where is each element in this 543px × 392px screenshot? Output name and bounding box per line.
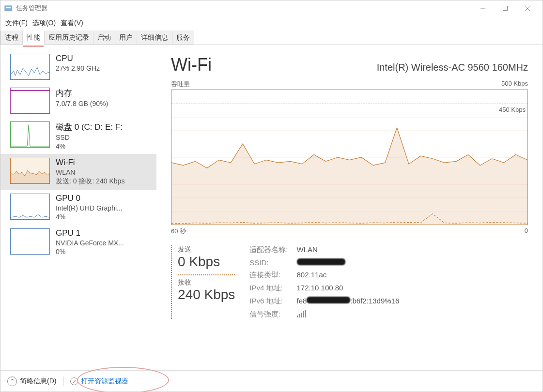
main-content: CPU 27% 2.90 GHz 内存 7.0/7.8 GB (90%) 磁盘 … [0, 45, 543, 370]
tab-startup[interactable]: 启动 [93, 30, 115, 45]
sidebar-cpu-sub: 27% 2.90 GHz [56, 64, 100, 72]
svg-rect-1 [6, 7, 8, 8]
prop-signal-v [297, 310, 400, 319]
memory-thumbnail [10, 88, 50, 114]
redacted-ssid [297, 258, 345, 265]
minimize-button[interactable] [472, 0, 494, 16]
maximize-button[interactable] [494, 0, 516, 16]
footer-bar: ⌃ 简略信息(D) 打开资源监视器 [0, 370, 543, 392]
menu-options[interactable]: 选项(O) [32, 19, 56, 28]
cpu-thumbnail [10, 54, 50, 80]
sidebar-gpu1-sub1: NVIDIA GeForce MX... [56, 239, 124, 247]
sidebar-item-gpu0[interactable]: GPU 0 Intel(R) UHD Graphi... 4% [0, 190, 156, 225]
window-title: 任务管理器 [16, 4, 472, 13]
sidebar-disk-sub1: SSD [56, 134, 123, 141]
prop-ipv6-v: fe8:b6f2:13d9%16 [297, 297, 400, 306]
throughput-chart[interactable]: 450 Kbps [171, 90, 528, 225]
detail-adapter-name: Intel(R) Wireless-AC 9560 160MHz [377, 62, 528, 73]
chart-label-throughput: 吞吐量 [171, 80, 190, 89]
sidebar-memory-sub: 7.0/7.8 GB (90%) [56, 100, 108, 107]
tabbar: 进程 性能 应用历史记录 启动 用户 详细信息 服务 [0, 30, 543, 45]
sidebar-item-memory[interactable]: 内存 7.0/7.8 GB (90%) [0, 84, 156, 118]
send-label: 发送 [178, 245, 235, 254]
send-value: 0 Kbps [178, 254, 235, 270]
close-button[interactable] [516, 0, 539, 16]
wifi-thumbnail [10, 158, 50, 184]
svg-rect-4 [503, 6, 508, 11]
sidebar-wifi-title: Wi-Fi [56, 158, 124, 167]
chart-label-max: 500 Kbps [501, 80, 528, 89]
fewer-details-label: 简略信息(D) [20, 377, 56, 386]
performance-sidebar: CPU 27% 2.90 GHz 内存 7.0/7.8 GB (90%) 磁盘 … [0, 45, 156, 370]
sidebar-gpu1-sub2: 0% [56, 248, 124, 256]
prop-adapter-name-k: 适配器名称: [249, 245, 288, 255]
prop-conn-type-k: 连接类型: [249, 271, 288, 280]
sidebar-wifi-sub1: WLAN [56, 168, 124, 176]
sidebar-gpu0-sub2: 4% [56, 213, 123, 221]
chart-footer-right: 0 [525, 227, 528, 236]
adapter-properties: 适配器名称: WLAN SSID: 连接类型: 802.11ac IPv4 地址… [249, 245, 399, 319]
sidebar-wifi-sub2: 发送: 0 接收: 240 Kbps [56, 177, 124, 186]
prop-ipv6-k: IPv6 地址: [249, 297, 288, 306]
footer-divider [63, 377, 63, 386]
menu-file[interactable]: 文件(F) [5, 19, 28, 28]
signal-strength-icon [297, 310, 306, 317]
app-icon [4, 4, 12, 12]
recv-value: 240 Kbps [178, 287, 235, 302]
prop-ipv4-k: IPv4 地址: [249, 284, 288, 293]
sidebar-item-wifi[interactable]: Wi-Fi WLAN 发送: 0 接收: 240 Kbps [0, 154, 156, 190]
resource-monitor-icon [70, 377, 78, 385]
sidebar-item-disk[interactable]: 磁盘 0 (C: D: E: F: SSD 4% [0, 118, 156, 154]
menu-view[interactable]: 查看(V) [61, 19, 83, 28]
open-resource-monitor-link[interactable]: 打开资源监视器 [70, 377, 128, 386]
open-resource-monitor-label: 打开资源监视器 [81, 377, 128, 386]
sidebar-memory-title: 内存 [56, 88, 108, 99]
sidebar-item-gpu1[interactable]: GPU 1 NVIDIA GeForce MX... 0% [0, 225, 156, 259]
sidebar-gpu0-sub1: Intel(R) UHD Graphi... [56, 204, 123, 212]
sidebar-item-cpu[interactable]: CPU 27% 2.90 GHz [0, 50, 156, 84]
gpu1-thumbnail [10, 228, 50, 255]
stats-send-recv: 发送 0 Kbps 接收 240 Kbps [171, 245, 235, 319]
sidebar-disk-sub2: 4% [56, 142, 123, 150]
sidebar-gpu1-title: GPU 1 [56, 228, 124, 238]
chart-footer-left: 60 秒 [171, 227, 186, 236]
window-controls [472, 0, 539, 16]
disk-thumbnail [10, 121, 50, 148]
tab-services[interactable]: 服务 [172, 30, 194, 45]
tab-users[interactable]: 用户 [115, 30, 137, 45]
detail-title: Wi-Fi [171, 55, 212, 75]
detail-pane: Wi-Fi Intel(R) Wireless-AC 9560 160MHz 吞… [156, 45, 543, 370]
menubar: 文件(F) 选项(O) 查看(V) [0, 16, 543, 30]
chart-marker-label: 450 Kbps [499, 106, 526, 113]
prop-ipv4-v: 172.10.100.80 [297, 284, 400, 293]
sidebar-disk-title: 磁盘 0 (C: D: E: F: [56, 121, 123, 133]
tab-app-history[interactable]: 应用历史记录 [44, 30, 93, 45]
sidebar-gpu0-title: GPU 0 [56, 194, 123, 203]
tab-details[interactable]: 详细信息 [137, 30, 172, 45]
recv-label: 接收 [178, 278, 235, 287]
tab-processes[interactable]: 进程 [0, 30, 23, 45]
prop-signal-k: 信号强度: [249, 310, 288, 319]
sidebar-cpu-title: CPU [56, 54, 100, 63]
chevron-up-icon: ⌃ [7, 377, 17, 386]
titlebar: 任务管理器 [0, 0, 543, 16]
prop-conn-type-v: 802.11ac [297, 271, 400, 280]
svg-rect-2 [8, 7, 11, 8]
fewer-details-button[interactable]: ⌃ 简略信息(D) [7, 377, 56, 386]
tab-performance[interactable]: 性能 [22, 30, 45, 45]
redacted-ipv6 [307, 297, 350, 303]
prop-adapter-name-v: WLAN [297, 245, 400, 255]
gpu0-thumbnail [10, 194, 50, 220]
prop-ssid-k: SSID: [249, 258, 288, 267]
prop-ssid-v [297, 258, 400, 267]
